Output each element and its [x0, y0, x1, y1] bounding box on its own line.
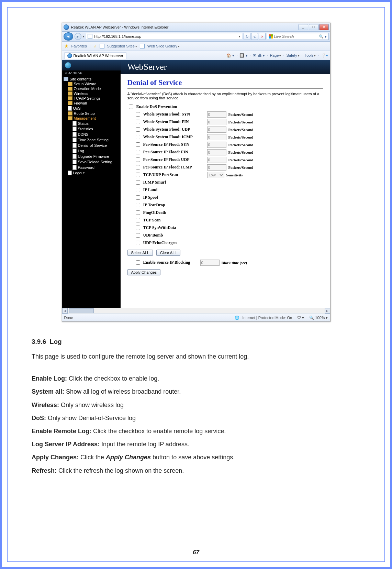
nav-item[interactable]: Status: [64, 121, 119, 126]
row-checkbox[interactable]: [136, 112, 140, 117]
close-button[interactable]: ✕: [319, 24, 329, 30]
safety-menu[interactable]: Safety: [287, 53, 300, 57]
stop-icon[interactable]: ✕: [259, 33, 266, 40]
nav-item[interactable]: Log: [64, 148, 119, 154]
suggested-sites-link[interactable]: Suggested Sites: [107, 44, 137, 48]
nav-item[interactable]: Denial-of-Service: [64, 143, 119, 148]
row-input[interactable]: [207, 127, 226, 133]
dos-row: Whole System Flood: SYNPackets/Second: [134, 111, 323, 118]
folder-icon: [68, 87, 72, 91]
search-box[interactable]: Live Search 🔍 ▾: [267, 33, 329, 40]
select-all-button[interactable]: Select ALL: [127, 250, 153, 256]
row-checkbox[interactable]: [136, 135, 140, 139]
home-icon[interactable]: 🏠 ▾: [226, 53, 234, 58]
search-icon[interactable]: 🔍 ▾: [319, 34, 327, 39]
window-titlebar: Realtek WLAN AP Webserver - Windows Inte…: [62, 23, 330, 32]
flag-checkbox[interactable]: [136, 210, 140, 215]
nav-item[interactable]: Firewall: [64, 101, 119, 106]
url-input[interactable]: [94, 34, 237, 39]
nav-item[interactable]: Time Zone Setting: [64, 137, 119, 143]
definition-line: Enable Remote Log: Click the checkbox to…: [32, 425, 360, 437]
enable-dos-checkbox[interactable]: [129, 105, 133, 109]
nav-item[interactable]: Wireless: [64, 91, 119, 96]
protected-mode-icon[interactable]: 🛡 ▾: [295, 316, 304, 320]
browser-tab[interactable]: Realtek WLAN AP Webserver: [64, 52, 126, 59]
row-input[interactable]: [207, 157, 226, 163]
row-input[interactable]: [207, 119, 226, 125]
block-time-input[interactable]: [200, 260, 220, 266]
url-field-wrapper[interactable]: ▾: [86, 33, 242, 40]
scroll-thumb[interactable]: [69, 308, 94, 313]
row-input[interactable]: [207, 149, 226, 155]
nav-forward-button[interactable]: ►: [75, 33, 81, 40]
nav-item[interactable]: Setup Wizard: [64, 81, 119, 86]
nav-item[interactable]: Route Setup: [64, 111, 119, 116]
scroll-left-icon[interactable]: ◄: [62, 308, 68, 314]
nav-item[interactable]: TCP/IP Settings: [64, 96, 119, 101]
horizontal-scrollbar[interactable]: ◄ ►: [62, 308, 330, 314]
flag-checkbox[interactable]: [136, 218, 140, 222]
flag-checkbox[interactable]: [136, 188, 140, 192]
tools-menu[interactable]: Tools: [305, 53, 316, 57]
portscan-select[interactable]: Low: [207, 172, 224, 178]
row-checkbox[interactable]: [136, 150, 140, 154]
minimize-button[interactable]: _: [299, 24, 308, 30]
nav-item[interactable]: Upgrade Firmware: [64, 154, 119, 159]
portscan-checkbox[interactable]: [136, 173, 140, 177]
row-checkbox[interactable]: [136, 142, 140, 147]
favorites-star-icon[interactable]: ★: [64, 43, 69, 49]
row-input[interactable]: [207, 134, 226, 140]
row-checkbox[interactable]: [136, 120, 140, 124]
definition-line: Apply Changes: Click the Apply Changes b…: [32, 451, 360, 463]
flag-checkbox[interactable]: [136, 233, 140, 238]
nav-item[interactable]: Management: [64, 116, 119, 121]
row-checkbox[interactable]: [136, 157, 140, 162]
row-input[interactable]: [207, 142, 226, 148]
command-bar: 🏠 ▾· 🔲 ▾· ✉ 🖶 ▾· Page· Safety· Tools· ❔▾: [226, 53, 328, 58]
feeds-icon[interactable]: 🔲 ▾: [239, 53, 247, 58]
portscan-unit: Sensitivity: [226, 173, 243, 177]
nav-item[interactable]: DDNS: [64, 132, 119, 137]
help-icon[interactable]: ❔▾: [321, 53, 328, 58]
zoom-control[interactable]: 🔍 100% ▾: [307, 316, 328, 320]
scroll-right-icon[interactable]: ►: [325, 308, 330, 314]
nav-item[interactable]: QoS: [64, 106, 119, 111]
folder-icon: [68, 111, 72, 116]
nav-item[interactable]: Password: [64, 165, 119, 170]
flag-label: IP TearDrop: [143, 203, 205, 208]
flag-checkbox[interactable]: [136, 180, 140, 185]
web-slice-link[interactable]: Web Slice Gallery: [147, 44, 180, 48]
flag-checkbox[interactable]: [136, 203, 140, 207]
flag-checkbox[interactable]: [136, 195, 140, 200]
compat-icon[interactable]: ↯: [251, 33, 258, 40]
refresh-icon[interactable]: ↻: [244, 33, 250, 40]
flag-checkbox[interactable]: [136, 241, 140, 245]
nav-item[interactable]: Statistics: [64, 126, 119, 132]
apply-changes-button[interactable]: Apply Changes: [127, 269, 161, 275]
nav-item[interactable]: Operation Mode: [64, 86, 119, 91]
nav-item[interactable]: Save/Reload Setting: [64, 159, 119, 165]
clear-all-button[interactable]: Clear ALL: [156, 250, 180, 256]
maximize-button[interactable]: ☐: [309, 24, 318, 30]
row-input[interactable]: [207, 164, 226, 171]
main-panel: Denial of Service A "denial-of-service" …: [121, 74, 330, 308]
page-menu[interactable]: Page: [270, 53, 281, 57]
row-checkbox[interactable]: [136, 165, 140, 169]
row-checkbox[interactable]: [136, 127, 140, 132]
dos-row: Whole System Flood: FINPackets/Second: [134, 119, 323, 125]
nav-back-button[interactable]: ◄: [64, 32, 73, 41]
source-ip-blocking-label: Enable Source IP Blocking: [143, 260, 198, 265]
row-input[interactable]: [207, 111, 226, 118]
flag-checkbox[interactable]: [136, 226, 140, 230]
favorites-label[interactable]: Favorites: [71, 44, 87, 48]
nav-item[interactable]: Logout: [64, 170, 119, 176]
row-label: Per-Source IP Flood: FIN: [143, 150, 205, 155]
document-body: 3.9.6 Log This page is used to configure…: [32, 336, 360, 477]
source-ip-blocking-checkbox[interactable]: [136, 260, 140, 265]
doc-icon: [72, 143, 77, 148]
mail-icon[interactable]: ✉: [253, 53, 256, 58]
row-unit: Packets/Second: [228, 150, 254, 154]
header-banner: WebServer: [121, 60, 330, 74]
print-icon[interactable]: 🖶 ▾: [258, 53, 265, 58]
flag-row: IP Land: [134, 187, 323, 193]
